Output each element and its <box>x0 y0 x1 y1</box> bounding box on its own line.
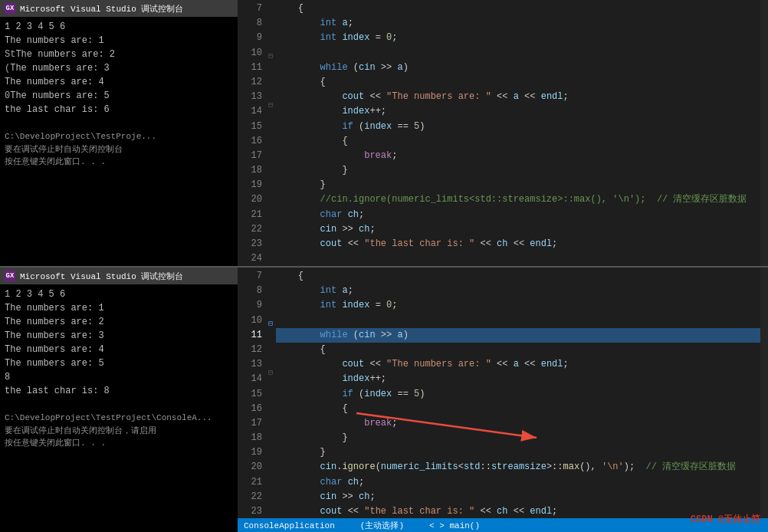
csdn-watermark: CSDN @无休止符 <box>691 513 760 526</box>
code-line: { <box>276 2 760 16</box>
code-line: cout << "the last char is: " << ch << en… <box>276 504 760 519</box>
console-line: 按任意键关闭此窗口. . . <box>5 437 233 450</box>
top-code-area: 7 8 9 10 11 12 13 14 15 16 17 18 19 20 2… <box>238 0 768 266</box>
code-line: cout << "The numbers are: " << a << endl… <box>276 357 760 372</box>
code-line: { <box>276 402 760 416</box>
code-line: } <box>276 445 760 460</box>
top-code-lines: { int a; int index = 0; while (cin >> a)… <box>276 0 760 266</box>
code-line: cin >> ch; <box>276 490 760 504</box>
top-line-numbers: 7 8 9 10 11 12 13 14 15 16 17 18 19 20 2… <box>238 0 265 266</box>
console-line: StThe numbers are: 2 <box>5 48 233 61</box>
code-line: int index = 0; <box>276 31 760 45</box>
console-line: the last char is: 8 <box>5 384 233 398</box>
code-line: int index = 0; <box>276 298 760 313</box>
code-line: if (index == 5) <box>276 387 760 402</box>
bottom-panel: GX Microsoft Visual Studio 调试控制台 1 2 3 4… <box>0 266 768 532</box>
console-line: 1 2 3 4 5 6 <box>5 287 233 301</box>
code-line: index++; <box>276 372 760 386</box>
code-line: if (index == 5) <box>276 120 760 134</box>
code-line: //cin.ignore(numeric_limits<std::streams… <box>276 192 760 207</box>
code-line: break; <box>276 149 760 163</box>
console-line <box>5 117 233 130</box>
console-line: 按任意键关闭此窗口. . . <box>5 156 233 169</box>
bottom-editor-statusbar: ConsoleApplication (主动选择) < > main() <box>238 518 768 532</box>
bottom-console-body: 1 2 3 4 5 6 The numbers are: 1 The numbe… <box>0 284 238 532</box>
code-line: while (cin >> a) <box>276 61 760 75</box>
bottom-fold-col: ⊟ ⊟ <box>265 268 276 532</box>
bottom-code-lines: { int a; int index = 0; while (cin >> a)… <box>276 268 760 532</box>
console-line: the last char is: 6 <box>5 103 233 117</box>
code-line: int a; <box>276 284 760 298</box>
code-line <box>276 46 760 61</box>
code-line: { <box>276 269 760 284</box>
console-line: C:\DevelopProject\TestProje... <box>5 130 233 143</box>
console-line: 1 2 3 4 5 6 <box>5 20 233 34</box>
code-line: } <box>276 163 760 178</box>
code-line <box>276 251 760 266</box>
bottom-scrollbar[interactable] <box>760 268 768 532</box>
console-line: The numbers are: 5 <box>5 356 233 370</box>
code-line: break; <box>276 416 760 431</box>
console-line: (The numbers are: 3 <box>5 61 233 75</box>
code-line: cin >> ch; <box>276 222 760 237</box>
code-line: cout << "The numbers are: " << a << endl… <box>276 90 760 104</box>
bottom-console-title: Microsoft Visual Studio 调试控制台 <box>20 271 183 282</box>
code-line: { <box>276 134 760 149</box>
code-line: int a; <box>276 16 760 31</box>
bottom-code-area: 7 8 9 10 11 12 13 14 15 16 17 18 19 20 2… <box>238 268 768 532</box>
bottom-console-titlebar: GX Microsoft Visual Studio 调试控制台 <box>0 268 238 284</box>
code-line: } <box>276 431 760 445</box>
top-console-titlebar: GX Microsoft Visual Studio 调试控制台 <box>0 0 238 17</box>
top-console-window: GX Microsoft Visual Studio 调试控制台 1 2 3 4… <box>0 0 238 266</box>
code-line: cout << "the last char is: " << ch << en… <box>276 237 760 251</box>
console-line <box>5 398 233 412</box>
code-line <box>276 314 760 328</box>
console-line: The numbers are: 1 <box>5 301 233 315</box>
statusbar-text-bottom: ConsoleApplication (主动选择) < > main() <box>244 520 480 531</box>
top-console-body: 1 2 3 4 5 6 The numbers are: 1 StThe num… <box>0 17 238 266</box>
vs-icon-bottom: GX <box>5 271 15 281</box>
code-line-highlighted: while (cin >> a) <box>276 328 760 343</box>
console-line: 要在调试停止时自动关闭控制台，请启用 <box>5 425 233 438</box>
code-line: { <box>276 75 760 90</box>
console-line: The numbers are: 4 <box>5 343 233 356</box>
console-line: 0The numbers are: 5 <box>5 89 233 103</box>
console-line: The numbers are: 3 <box>5 329 233 343</box>
console-line: 要在调试停止时自动关闭控制台 <box>5 143 233 156</box>
console-line: The numbers are: 1 <box>5 34 233 48</box>
code-line: index++; <box>276 104 760 119</box>
console-line: The numbers are: 2 <box>5 315 233 329</box>
top-scrollbar[interactable] <box>760 0 768 266</box>
top-console-title: Microsoft Visual Studio 调试控制台 <box>20 3 183 15</box>
top-fold-col: ⊟ ⊟ <box>265 0 276 266</box>
code-line: char ch; <box>276 475 760 490</box>
bottom-code-editor: 7 8 9 10 11 12 13 14 15 16 17 18 19 20 2… <box>238 268 768 532</box>
code-line: { <box>276 343 760 357</box>
console-line: The numbers are: 4 <box>5 75 233 89</box>
console-line: 8 <box>5 370 233 384</box>
code-line: } <box>276 178 760 192</box>
top-code-editor: 7 8 9 10 11 12 13 14 15 16 17 18 19 20 2… <box>238 0 768 266</box>
vs-icon-top: GX <box>5 3 15 14</box>
bottom-console-window: GX Microsoft Visual Studio 调试控制台 1 2 3 4… <box>0 268 238 532</box>
top-panel: GX Microsoft Visual Studio 调试控制台 1 2 3 4… <box>0 0 768 266</box>
bottom-line-numbers: 7 8 9 10 11 12 13 14 15 16 17 18 19 20 2… <box>238 268 265 532</box>
code-line: cin.ignore(numeric_limits<std::streamsiz… <box>276 460 760 475</box>
console-line: C:\DevelopProject\TestProject\ConsoleA..… <box>5 412 233 425</box>
code-line: char ch; <box>276 208 760 222</box>
